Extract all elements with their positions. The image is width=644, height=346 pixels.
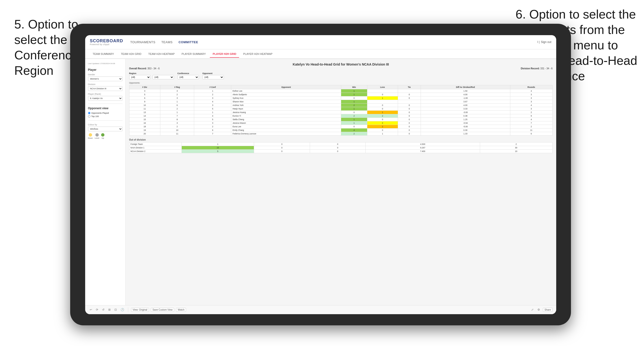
settings-icon[interactable]: ⚙ — [536, 308, 541, 312]
sign-out-link[interactable]: Sign out — [541, 40, 551, 44]
sub-nav-player-h2h-grid[interactable]: PLAYER H2H GRID — [210, 51, 239, 58]
paste-icon[interactable]: ⊡ — [114, 308, 118, 312]
sub-nav-team-h2h-grid[interactable]: TEAM H2H GRID — [118, 51, 144, 57]
filter-subgroups: (All) (All) — [129, 75, 174, 79]
filter-opponent-group: Opponent (All) — [202, 72, 224, 79]
radio-opponents-played[interactable]: Opponents Played — [88, 112, 122, 114]
table-row: Foreign Team 100 4.5002 — [129, 142, 552, 146]
nav-committee[interactable]: COMMITTEE — [178, 39, 198, 45]
expand-icon[interactable]: ⤢ — [530, 308, 534, 312]
nav-tournaments[interactable]: TOURNAMENTS — [130, 39, 156, 45]
opponent-select[interactable]: (All) — [202, 75, 224, 79]
nav-items: TOURNAMENTS TEAMS COMMITTEE — [130, 39, 530, 45]
colour-level: Level — [95, 133, 99, 139]
last-updated: Last Updated: 27/03/2024 04:06 — [88, 62, 122, 65]
undo2-icon[interactable]: ↺ — [101, 308, 106, 312]
col-win: Win — [341, 85, 367, 89]
colour-by-select[interactable]: Win/loss — [88, 127, 122, 131]
toolbar-separator-1 — [128, 307, 128, 312]
h2h-table: # Div # Reg # Conf Opponent Win Loss Tie… — [129, 85, 553, 136]
filter-row: Region (All) (All) Confere — [129, 72, 553, 79]
table-row: 914 Sharon Mun 1 3.673 — [129, 100, 552, 103]
grid-title: Katelyn Vo Head-to-Head Grid for Women's… — [129, 62, 553, 66]
table-row: 522 Alexis Sudijanto 100 4.003 — [129, 93, 552, 96]
table-row: 633 Sydney Kuo 010 -1.003 — [129, 96, 552, 100]
colour-indicators: Down Level Up — [88, 133, 122, 139]
table-row: 1125 Heejo Hyun 100 3.333 — [129, 107, 552, 110]
out-division-title: Out of division — [129, 139, 553, 141]
opponents-label: Opponents: — [129, 82, 553, 84]
watch-button[interactable]: Watch — [176, 308, 186, 312]
opponent-view-radio-group: Opponents Played Top 100 — [88, 112, 122, 118]
col-diff: Diff Av Strokes/Rnd — [420, 85, 510, 89]
sub-nav: TEAM SUMMARY TEAM H2H GRID TEAM H2H HEAT… — [85, 49, 556, 59]
table-row: 1474 Eunice Yi 220 0.389 — [129, 114, 552, 118]
tablet-screen: SCOREBOARD Powered by clippd TOURNAMENTS… — [85, 35, 556, 314]
table-row: 1063 Andrea York 200 4.004 — [129, 103, 552, 107]
sub-nav-team-h2h-heatmap[interactable]: TEAM H2H HEATMAP — [145, 51, 178, 57]
top-nav: SCOREBOARD Powered by clippd TOURNAMENTS… — [85, 35, 556, 49]
sidebar: Last Updated: 27/03/2024 04:06 Player Ge… — [85, 59, 126, 305]
sidebar-divider-1 — [88, 104, 122, 104]
save-custom-view-button[interactable]: Save Custom View — [151, 308, 174, 312]
table-row: NCAA Division 2 500 7.40010 — [129, 149, 552, 153]
table-row: NAIA Division 1 1500 9.26730 — [129, 146, 552, 149]
grid-header: Katelyn Vo Head-to-Head Grid for Women's… — [129, 62, 553, 70]
col-reg: # Reg — [160, 85, 194, 89]
gender-label: Gender — [88, 73, 122, 76]
table-row: 1633 Jessica Mason 120 -0.947 — [129, 121, 552, 125]
logo: SCOREBOARD Powered by clippd — [90, 39, 123, 46]
copy-icon[interactable]: ⊞ — [107, 308, 112, 312]
table-row: 20117 Federica Domecq Lacroze 210 1.336 — [129, 132, 552, 135]
table-row: 19106 Emily Chang 400 0.3011 — [129, 128, 552, 132]
nav-right: I | Sign out — [538, 40, 552, 44]
sidebar-section-title: Player — [88, 68, 122, 71]
opponent-view-title: Opponent view — [88, 107, 122, 110]
col-loss: Loss — [367, 85, 398, 89]
col-conf: # Conf — [194, 85, 231, 89]
col-tie: Tie — [398, 85, 420, 89]
sub-nav-player-summary[interactable]: PLAYER SUMMARY — [179, 51, 209, 57]
out-division-table: Foreign Team 100 4.5002 NAIA Division 1 … — [129, 142, 553, 153]
app-container: SCOREBOARD Powered by clippd TOURNAMENTS… — [85, 35, 556, 314]
share-button[interactable]: Share — [543, 308, 553, 312]
view-original-button[interactable]: View: Original — [131, 308, 149, 312]
player-rank-label: Player (Rank) — [88, 93, 122, 95]
main-content: Last Updated: 27/03/2024 04:06 Player Ge… — [85, 59, 556, 305]
filter-region-group: Region (All) (All) — [129, 72, 174, 79]
region-select-1[interactable]: (All) — [129, 75, 150, 79]
table-row: 1822 Euna Lee 020 -5.002 — [129, 125, 552, 128]
bottom-toolbar: ↩ ⟳ ↺ ⊞ ⊡ 🕐 View: Original Save Custom V… — [85, 305, 556, 314]
sub-nav-team-summary[interactable]: TEAM SUMMARY — [90, 51, 117, 57]
filter-conference-group: Conference (All) — [178, 72, 199, 79]
table-row: 1585 Stella Cheng 100 1.254 — [129, 118, 552, 121]
redo-icon[interactable]: ⟳ — [95, 308, 99, 312]
gender-select[interactable]: Women's — [88, 76, 122, 81]
tablet-device: SCOREBOARD Powered by clippd TOURNAMENTS… — [70, 24, 571, 325]
table-row: 331 Esther Lee 1 1.504 — [129, 89, 552, 93]
colour-up: Up — [101, 133, 104, 139]
player-rank-select[interactable]: 8. Katelyn Vo — [88, 96, 122, 101]
grid-content: Katelyn Vo Head-to-Head Grid for Women's… — [126, 59, 556, 305]
division-label: Division — [88, 83, 122, 85]
division-select[interactable]: NCAA Division III — [88, 86, 122, 91]
undo-icon[interactable]: ↩ — [89, 308, 93, 312]
colour-by-label: Colour by — [88, 124, 122, 126]
col-opponent: Opponent — [231, 85, 341, 89]
grid-records: Overall Record: 353 - 34 - 6 Division Re… — [129, 67, 553, 70]
nav-teams[interactable]: TEAMS — [161, 39, 172, 45]
clock-icon[interactable]: 🕐 — [120, 308, 125, 312]
conference-select[interactable]: (All) — [178, 75, 199, 79]
radio-top100[interactable]: Top 100 — [88, 115, 122, 118]
region-select-2[interactable]: (All) — [152, 75, 174, 79]
col-rounds: Rounds — [510, 85, 552, 89]
sub-nav-player-h2h-heatmap[interactable]: PLAYER H2H HEATMAP — [240, 51, 275, 57]
sidebar-divider-2 — [88, 120, 122, 121]
table-row: 1311 Jessica Huang 010 -3.002 — [129, 110, 552, 114]
col-div: # Div — [129, 85, 160, 89]
colour-down: Down — [88, 133, 93, 139]
